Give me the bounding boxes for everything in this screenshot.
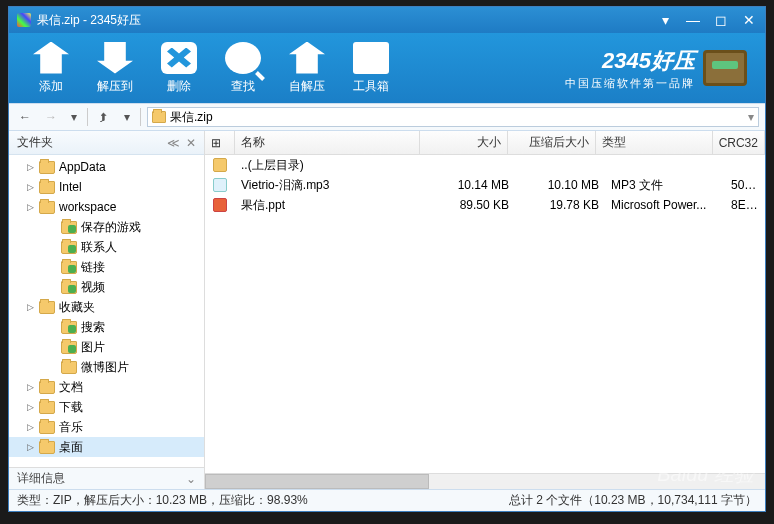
tree-item[interactable]: 视频 <box>9 277 204 297</box>
sidebar-footer-label: 详细信息 <box>17 470 65 487</box>
col-size[interactable]: 大小 <box>420 131 508 154</box>
tree-item[interactable]: 联系人 <box>9 237 204 257</box>
expand-icon[interactable]: ▷ <box>27 202 37 212</box>
cell-packed: 10.10 MB <box>515 178 605 192</box>
tree-item[interactable]: 搜索 <box>9 317 204 337</box>
close-panel-icon[interactable]: ✕ <box>186 136 196 150</box>
expand-icon[interactable]: ▷ <box>27 162 37 172</box>
toolbar: 添加解压到删除查找自解压工具箱 2345好压 中国压缩软件第一品牌 <box>9 33 765 103</box>
cell-size: 10.14 MB <box>425 178 515 192</box>
tree-item-label: workspace <box>59 200 116 214</box>
col-type[interactable]: 类型 <box>596 131 713 154</box>
tree-item[interactable]: 图片 <box>9 337 204 357</box>
col-crc[interactable]: CRC32 <box>713 131 765 154</box>
brand: 2345好压 中国压缩软件第一品牌 <box>565 46 755 91</box>
dropdown-icon[interactable]: ▾ <box>657 12 673 28</box>
brand-sub: 中国压缩软件第一品牌 <box>565 76 695 91</box>
folder-icon <box>39 161 55 174</box>
divider <box>87 108 88 126</box>
cell-name: ..(上层目录) <box>235 157 425 174</box>
folder-tree[interactable]: ▷AppData▷Intel▷workspace保存的游戏联系人链接视频▷收藏夹… <box>9 155 204 467</box>
search-button-label: 查找 <box>211 78 275 95</box>
tree-item-label: Intel <box>59 180 82 194</box>
tree-item[interactable]: ▷音乐 <box>9 417 204 437</box>
tree-item[interactable]: ▷AppData <box>9 157 204 177</box>
nav-dropdown-button[interactable]: ▾ <box>67 108 81 126</box>
folder-icon <box>61 321 77 334</box>
tree-item[interactable]: ▷Intel <box>9 177 204 197</box>
expand-icon[interactable]: ▷ <box>27 442 37 452</box>
sidebar-header: 文件夹 ≪ ✕ <box>9 131 204 155</box>
pin-icon[interactable]: ≪ <box>167 136 180 150</box>
nav-up-button[interactable]: ⮭ <box>94 108 114 126</box>
sfx-button-icon <box>289 42 325 74</box>
file-list[interactable]: ..(上层目录) Vietrio-泪滴.mp3 10.14 MB 10.10 M… <box>205 155 765 473</box>
toolbox-button-icon <box>353 42 389 74</box>
col-icon[interactable]: ⊞ <box>205 131 235 154</box>
brand-title: 2345好压 <box>565 46 695 76</box>
sidebar-footer[interactable]: 详细信息 ⌄ <box>9 467 204 489</box>
col-name[interactable]: 名称 <box>235 131 420 154</box>
status-left: 类型：ZIP，解压后大小：10.23 MB，压缩比：98.93% <box>17 492 308 509</box>
add-button[interactable]: 添加 <box>19 42 83 95</box>
sidebar-title: 文件夹 <box>17 134 53 151</box>
tree-item-label: 下载 <box>59 399 83 416</box>
scrollbar-thumb[interactable] <box>205 474 429 489</box>
nav-back-button[interactable]: ← <box>15 108 35 126</box>
expand-icon[interactable]: ▷ <box>27 182 37 192</box>
delete-button-label: 删除 <box>147 78 211 95</box>
tree-item[interactable]: ▷文档 <box>9 377 204 397</box>
nav-forward-button[interactable]: → <box>41 108 61 126</box>
expand-icon[interactable]: ▷ <box>27 302 37 312</box>
folder-icon <box>213 158 227 172</box>
expand-icon[interactable]: ▷ <box>27 422 37 432</box>
h-scrollbar[interactable] <box>205 473 765 489</box>
nav-up-dropdown[interactable]: ▾ <box>120 108 134 126</box>
extract-button[interactable]: 解压到 <box>83 42 147 95</box>
main-area: 文件夹 ≪ ✕ ▷AppData▷Intel▷workspace保存的游戏联系人… <box>9 131 765 489</box>
app-window: 果信.zip - 2345好压 ▾ — ◻ ✕ 添加解压到删除查找自解压工具箱 … <box>8 6 766 512</box>
chevron-down-icon: ⌄ <box>186 472 196 486</box>
tree-item-label: 链接 <box>81 259 105 276</box>
sidebar: 文件夹 ≪ ✕ ▷AppData▷Intel▷workspace保存的游戏联系人… <box>9 131 205 489</box>
sfx-button[interactable]: 自解压 <box>275 42 339 95</box>
column-headers: ⊞ 名称 大小 压缩后大小 类型 CRC32 <box>205 131 765 155</box>
cell-name: Vietrio-泪滴.mp3 <box>235 177 425 194</box>
search-button-icon <box>225 42 261 74</box>
cell-size: 89.50 KB <box>425 198 515 212</box>
tree-item[interactable]: ▷workspace <box>9 197 204 217</box>
tree-item[interactable]: 微博图片 <box>9 357 204 377</box>
expand-icon[interactable]: ▷ <box>27 402 37 412</box>
maximize-button[interactable]: ◻ <box>713 12 729 28</box>
folder-icon <box>61 261 77 274</box>
folder-icon <box>39 421 55 434</box>
folder-icon <box>61 221 77 234</box>
col-packed[interactable]: 压缩后大小 <box>508 131 596 154</box>
file-row[interactable]: 果信.ppt 89.50 KB 19.78 KB Microsoft Power… <box>205 195 765 215</box>
expand-icon[interactable]: ▷ <box>27 382 37 392</box>
tree-item[interactable]: ▷收藏夹 <box>9 297 204 317</box>
close-button[interactable]: ✕ <box>741 12 757 28</box>
tree-item[interactable]: 保存的游戏 <box>9 217 204 237</box>
folder-icon <box>152 111 166 123</box>
search-button[interactable]: 查找 <box>211 42 275 95</box>
minimize-button[interactable]: — <box>685 12 701 28</box>
folder-icon <box>39 401 55 414</box>
status-right: 总计 2 个文件（10.23 MB，10,734,111 字节） <box>509 492 757 509</box>
add-button-icon <box>33 42 69 74</box>
toolbox-button[interactable]: 工具箱 <box>339 42 403 95</box>
folder-icon <box>61 281 77 294</box>
file-row[interactable]: Vietrio-泪滴.mp3 10.14 MB 10.10 MB MP3 文件 … <box>205 175 765 195</box>
tree-item[interactable]: 链接 <box>9 257 204 277</box>
tree-item-label: 收藏夹 <box>59 299 95 316</box>
tree-item[interactable]: ▷下载 <box>9 397 204 417</box>
address-dropdown-icon[interactable]: ▾ <box>748 110 754 124</box>
titlebar[interactable]: 果信.zip - 2345好压 ▾ — ◻ ✕ <box>9 7 765 33</box>
tree-item[interactable]: ▷桌面 <box>9 437 204 457</box>
delete-button[interactable]: 删除 <box>147 42 211 95</box>
file-icon-cell <box>205 198 235 212</box>
address-bar[interactable]: 果信.zip ▾ <box>147 107 759 127</box>
tree-item-label: 联系人 <box>81 239 117 256</box>
tree-item-label: 图片 <box>81 339 105 356</box>
file-row[interactable]: ..(上层目录) <box>205 155 765 175</box>
